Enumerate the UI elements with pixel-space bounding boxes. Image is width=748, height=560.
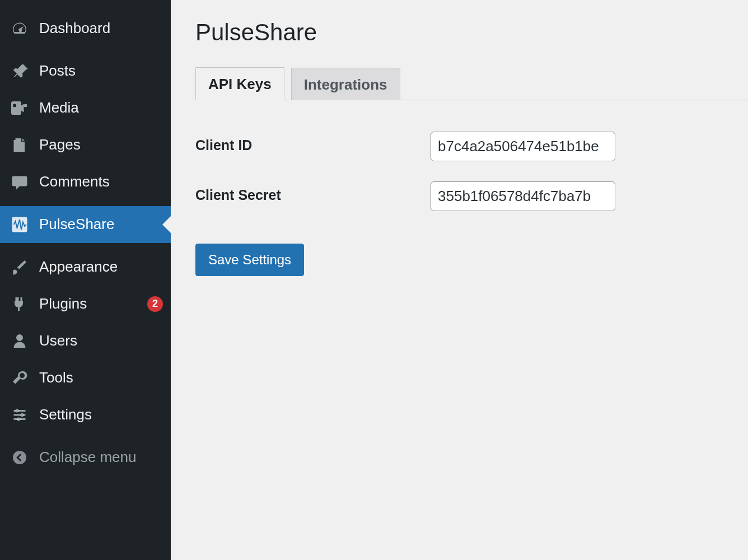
admin-sidebar: Dashboard Posts Media Pages Comments Pul… [0, 0, 171, 560]
sidebar-item-label: Tools [39, 369, 163, 386]
collapse-icon [10, 448, 29, 467]
sidebar-item-tools[interactable]: Tools [0, 360, 171, 396]
comment-icon [10, 172, 29, 192]
sidebar-item-media[interactable]: Media [0, 90, 171, 127]
sidebar-item-label: Settings [39, 406, 163, 423]
sidebar-item-pages[interactable]: Pages [0, 127, 171, 164]
sidebar-item-posts[interactable]: Posts [0, 53, 171, 90]
client-id-input[interactable] [431, 132, 615, 161]
sidebar-item-label: Plugins [39, 295, 132, 312]
sidebar-item-label: Dashboard [39, 20, 163, 37]
media-icon [10, 99, 29, 118]
svg-point-3 [17, 418, 21, 421]
client-id-label: Client ID [195, 122, 431, 171]
user-icon [10, 332, 29, 351]
sliders-icon [10, 405, 29, 424]
svg-point-1 [16, 409, 19, 413]
tab-api-keys[interactable]: API Keys [195, 67, 284, 100]
client-secret-label: Client Secret [195, 171, 431, 221]
sidebar-item-plugins[interactable]: Plugins 2 [0, 286, 171, 323]
plug-icon [10, 295, 29, 314]
client-secret-input[interactable] [431, 181, 615, 211]
wrench-icon [10, 368, 29, 388]
page-title: PulseShare [195, 19, 748, 46]
sidebar-item-label: Posts [39, 62, 163, 80]
sidebar-item-label: Appearance [39, 258, 163, 276]
tab-label: API Keys [208, 76, 272, 92]
sidebar-item-appearance[interactable]: Appearance [0, 249, 171, 286]
settings-page: PulseShare API Keys Integrations Client … [171, 0, 748, 560]
pin-icon [10, 62, 29, 81]
tab-integrations[interactable]: Integrations [291, 68, 400, 100]
sidebar-item-label: PulseShare [39, 216, 163, 233]
sidebar-item-label: Comments [39, 173, 163, 190]
sidebar-item-label: Media [39, 99, 163, 116]
svg-point-2 [21, 413, 24, 417]
sidebar-item-comments[interactable]: Comments [0, 164, 171, 200]
tab-bar: API Keys Integrations [195, 67, 748, 100]
pages-icon [10, 136, 29, 155]
sidebar-item-users[interactable]: Users [0, 323, 171, 360]
api-keys-form: Client ID Client Secret [195, 122, 615, 221]
sidebar-item-pulseshare[interactable]: PulseShare [0, 206, 171, 243]
sidebar-item-dashboard[interactable]: Dashboard [0, 10, 171, 47]
sidebar-collapse-toggle[interactable]: Collapse menu [0, 439, 171, 476]
brush-icon [10, 258, 29, 277]
sidebar-item-label: Pages [39, 136, 163, 153]
sidebar-item-label: Users [39, 332, 163, 349]
dashboard-icon [10, 19, 29, 38]
save-settings-label: Save Settings [208, 252, 291, 267]
tab-label: Integrations [304, 76, 387, 93]
save-settings-button[interactable]: Save Settings [195, 244, 304, 276]
pulseshare-icon [10, 215, 29, 234]
sidebar-collapse-label: Collapse menu [39, 449, 163, 466]
update-count-badge: 2 [147, 296, 163, 312]
sidebar-item-settings[interactable]: Settings [0, 396, 171, 433]
svg-point-4 [13, 451, 26, 464]
